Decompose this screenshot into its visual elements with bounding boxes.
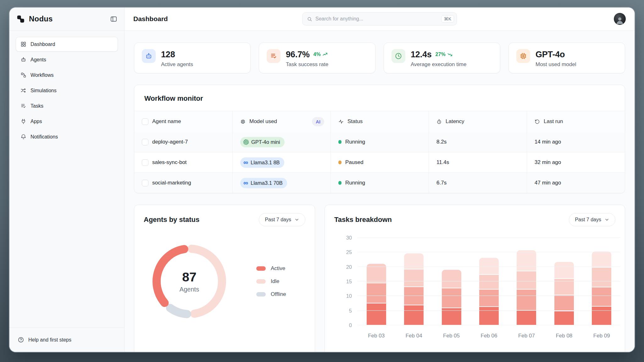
stat-card-task-success-rate: 96.7% 4% Task success rate (259, 42, 375, 73)
workflow-icon (20, 72, 26, 78)
topbar: Dashboard ⌘K (125, 8, 635, 31)
gridline (358, 252, 620, 252)
delta-value: 27% (436, 52, 446, 57)
app-window: Nodus Dashboard Agents Workflows Simulat… (9, 8, 635, 352)
last-run-value: 14 min ago (535, 139, 561, 145)
tasks-breakdown-card: Tasks breakdown Past 7 days 051015202530… (325, 205, 625, 352)
model-pill: ∞ Llama3.1 8B (240, 157, 284, 168)
bar-segment (367, 283, 386, 303)
range-dropdown[interactable]: Past 7 days (569, 213, 615, 226)
column-header-model-used: Model used AI (232, 111, 330, 132)
column-label: Model used (249, 118, 277, 125)
help-and-first-steps[interactable]: Help and first steps (9, 327, 124, 352)
list-checks-icon (20, 103, 26, 109)
column-label: Latency (446, 118, 464, 125)
history-icon (535, 119, 540, 124)
range-label: Past 7 days (575, 217, 601, 223)
x-axis-label: Feb 04 (406, 333, 422, 339)
column-header-status: Status (330, 111, 429, 132)
row-checkbox[interactable] (142, 139, 148, 145)
sidebar-item-notifications[interactable]: Notifications (16, 129, 118, 144)
table-row[interactable]: sales-sync-bot ∞ Llama3.1 8B Paused 11.4… (134, 152, 625, 173)
row-checkbox[interactable] (142, 159, 148, 166)
bar-feb-04 (404, 253, 424, 325)
avatar[interactable] (614, 13, 626, 25)
bar-segment (404, 269, 424, 287)
timer-icon (436, 119, 442, 124)
bar-segment (554, 262, 574, 278)
bar-feb-05 (442, 270, 461, 325)
bottom-row: Agents by status Past 7 days 87 Agents (134, 205, 625, 352)
sidebar-item-dashboard[interactable]: Dashboard (16, 37, 118, 52)
bar-feb-08 (554, 262, 574, 325)
sidebar-item-label: Notifications (31, 134, 58, 140)
sidebar-item-simulations[interactable]: Simulations (16, 83, 118, 98)
bar-feb-07 (517, 250, 536, 325)
bell-icon (20, 134, 26, 140)
table-row[interactable]: deploy-agent-7 ∞ GPT-4o mini Running 8.2… (134, 132, 625, 152)
y-axis-tick: 5 (349, 308, 352, 314)
x-axis-label: Feb 07 (518, 333, 535, 339)
tasks-bar-chart: 051015202530 Feb 03Feb 04Feb 05Feb 06Feb… (325, 229, 625, 339)
sidebar-item-apps[interactable]: Apps (16, 114, 118, 129)
stat-label: Average execution time (411, 61, 466, 68)
clock-icon (391, 49, 405, 63)
help-circle-icon (18, 337, 24, 343)
x-axis-label: Feb 06 (481, 333, 497, 339)
stat-delta: 4% (314, 52, 328, 57)
agent-name: deploy-agent-7 (152, 139, 188, 145)
agents-by-status-card: Agents by status Past 7 days 87 Agents (134, 205, 315, 352)
sidebar-item-label: Workflows (31, 72, 54, 78)
table-row[interactable]: social-marketing ∞ Llama3.1 70B Running … (134, 173, 625, 193)
search-input[interactable] (315, 16, 438, 22)
legend-label: Offline (271, 291, 286, 297)
stat-label: Most used model (536, 61, 576, 68)
stat-value: GPT-4o (536, 50, 565, 59)
bar-segment (404, 305, 424, 325)
delta-value: 4% (314, 52, 321, 57)
legend-swatch (256, 292, 266, 297)
status-dot (338, 140, 341, 144)
column-header-agent-name: Agent name (134, 111, 232, 132)
range-dropdown[interactable]: Past 7 days (259, 213, 305, 226)
row-checkbox[interactable] (142, 180, 148, 186)
sidebar-item-tasks[interactable]: Tasks (16, 99, 118, 113)
model-pill: ∞ GPT-4o mini (240, 137, 285, 147)
legend-swatch (256, 279, 266, 284)
donut-center-value: 87 (182, 270, 197, 285)
search-shortcut-badge: ⌘K (441, 15, 454, 23)
y-axis-tick: 25 (346, 249, 352, 255)
workflow-monitor-card: Workflow monitor Agent name Model used A… (134, 85, 625, 193)
sidebar-toggle-icon[interactable] (110, 15, 117, 23)
latency-value: 11.4s (436, 159, 449, 166)
table-body: deploy-agent-7 ∞ GPT-4o mini Running 8.2… (134, 132, 625, 193)
nodus-logo-icon (16, 15, 25, 23)
legend-item-active: Active (256, 265, 286, 272)
bar-segment (517, 290, 536, 310)
legend-item-idle: Idle (256, 278, 286, 285)
list-checks-icon (267, 49, 280, 63)
activity-icon (338, 119, 344, 124)
y-axis-tick: 30 (346, 235, 352, 241)
stats-row: 128 Active agents 96.7% 4% (134, 42, 625, 73)
select-all-checkbox[interactable] (142, 118, 148, 125)
x-axis-label: Feb 05 (443, 333, 460, 339)
gridline (358, 237, 620, 238)
bar-segment (442, 288, 461, 308)
stat-value: 128 (161, 50, 175, 59)
bot-icon (20, 57, 26, 63)
column-label: Status (347, 118, 363, 125)
search-bar[interactable]: ⌘K (302, 12, 457, 25)
status-text: Running (345, 139, 365, 145)
sidebar-item-workflows[interactable]: Workflows (16, 68, 118, 82)
model-pill: ∞ Llama3.1 70B (240, 178, 287, 188)
gridline (358, 310, 620, 311)
bar-segment (517, 250, 536, 271)
table-header-row: Agent name Model used AI Status Latency (134, 111, 625, 132)
stat-delta: 27% (436, 52, 453, 57)
agents-by-status-title: Agents by status (144, 216, 199, 224)
sidebar-item-agents[interactable]: Agents (16, 52, 118, 67)
sidebar-item-label: Apps (31, 119, 42, 124)
status-text: Running (345, 180, 365, 186)
stat-label: Active agents (161, 61, 193, 68)
